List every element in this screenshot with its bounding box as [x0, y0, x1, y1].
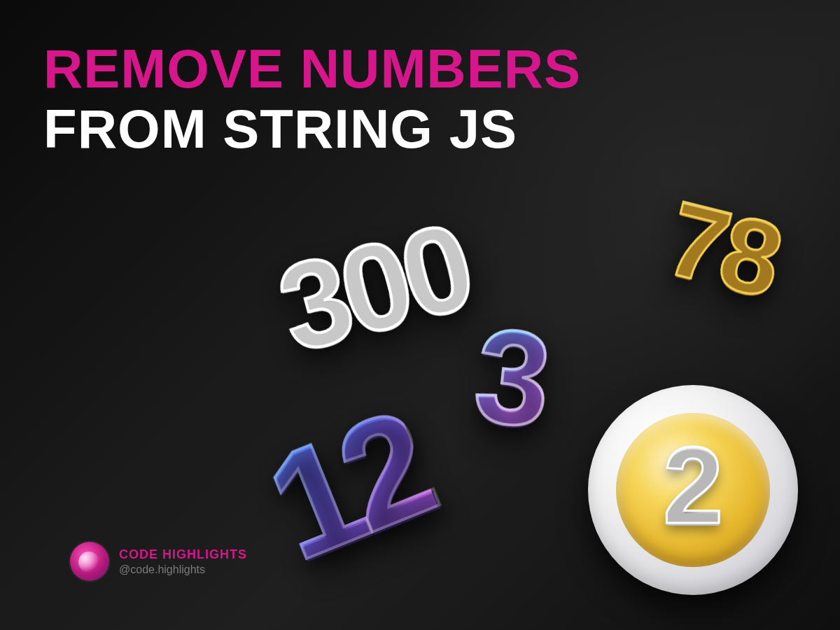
title-line-1: REMOVE NUMBERS [43, 41, 581, 98]
attribution-text: CODE HIGHLIGHTS @code.highlights [119, 547, 247, 576]
number-300-icon: 300 [265, 195, 483, 380]
numbers-illustration: 300 78 3 12 2 [238, 189, 812, 609]
coin-inner: 2 [616, 413, 770, 567]
number-12-icon: 12 [246, 377, 450, 595]
brand-handle: @code.highlights [119, 564, 247, 576]
title-block: REMOVE NUMBERS FROM STRING JS [43, 41, 581, 158]
number-2-icon: 2 [663, 424, 723, 548]
number-78-icon: 78 [656, 178, 790, 321]
number-3-icon: 3 [468, 298, 558, 457]
coin-icon: 2 [588, 385, 798, 595]
brand-name: CODE HIGHLIGHTS [119, 547, 247, 562]
title-line-2: FROM STRING JS [43, 101, 581, 158]
attribution: CODE HIGHLIGHTS @code.highlights [70, 542, 247, 581]
avatar-icon [70, 542, 109, 581]
